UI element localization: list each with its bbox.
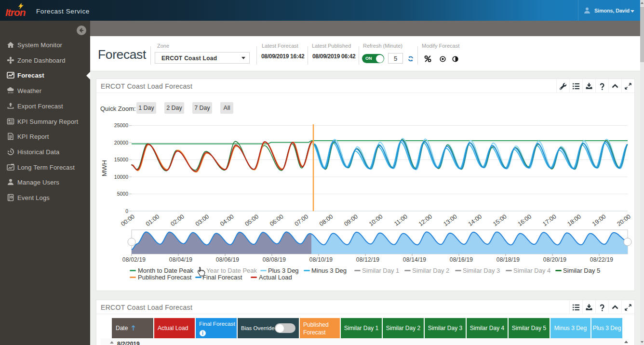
svg-text:01:00: 01:00 <box>145 213 161 227</box>
svg-text:08:00: 08:00 <box>318 213 334 227</box>
svg-text:08/08/19: 08/08/19 <box>263 256 286 263</box>
svg-text:11:00: 11:00 <box>393 213 409 227</box>
svg-text:10:00: 10:00 <box>368 213 384 227</box>
svg-text:0: 0 <box>125 208 128 214</box>
svg-text:08/06/19: 08/06/19 <box>216 256 239 263</box>
svg-text:15:00: 15:00 <box>492 213 508 227</box>
svg-text:08/04/19: 08/04/19 <box>169 256 192 263</box>
svg-text:02:00: 02:00 <box>169 213 185 227</box>
svg-text:06:00: 06:00 <box>268 213 284 227</box>
svg-text:17:00: 17:00 <box>541 213 557 227</box>
svg-text:16:00: 16:00 <box>517 213 533 227</box>
svg-text:15000: 15000 <box>114 157 128 162</box>
svg-text:08/16/19: 08/16/19 <box>450 256 473 263</box>
svg-text:09:00: 09:00 <box>343 213 359 227</box>
svg-text:10000: 10000 <box>114 174 128 180</box>
svg-text:14:00: 14:00 <box>467 213 483 227</box>
svg-text:03:00: 03:00 <box>194 213 210 227</box>
svg-text:12:00: 12:00 <box>417 213 433 227</box>
svg-text:08/18/19: 08/18/19 <box>496 256 520 263</box>
svg-text:19:00: 19:00 <box>591 213 607 227</box>
svg-text:08/02/19: 08/02/19 <box>122 256 146 263</box>
svg-text:13:00: 13:00 <box>442 213 458 227</box>
svg-text:07:00: 07:00 <box>294 213 309 227</box>
svg-text:5000: 5000 <box>117 191 129 197</box>
svg-text:20000: 20000 <box>114 140 128 146</box>
svg-text:08/14/19: 08/14/19 <box>403 256 426 263</box>
svg-text:04:00: 04:00 <box>219 213 235 227</box>
svg-text:MWH: MWH <box>101 160 108 176</box>
svg-text:25000: 25000 <box>114 122 128 128</box>
svg-text:08/20/19: 08/20/19 <box>543 256 566 263</box>
svg-text:00:00: 00:00 <box>120 213 135 227</box>
svg-text:08/12/19: 08/12/19 <box>356 256 379 263</box>
svg-text:08/10/19: 08/10/19 <box>309 256 333 263</box>
svg-text:05:00: 05:00 <box>244 213 260 227</box>
svg-text:08/22/19: 08/22/19 <box>590 256 613 263</box>
svg-text:20:00: 20:00 <box>616 213 631 227</box>
svg-text:18:00: 18:00 <box>566 213 582 227</box>
